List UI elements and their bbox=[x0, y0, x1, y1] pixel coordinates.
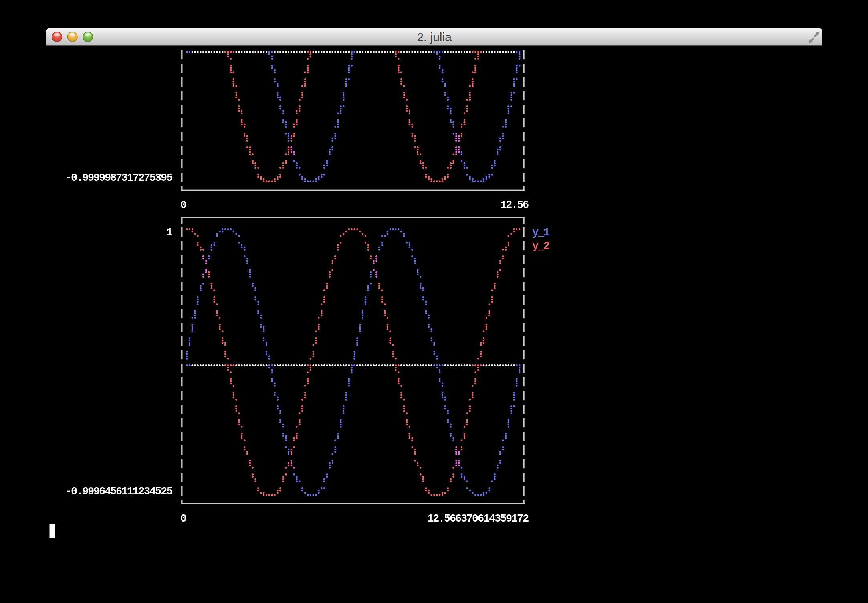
svg-text:12.56: 12.56 bbox=[500, 199, 529, 211]
svg-text:y_1: y_1 bbox=[532, 227, 550, 239]
svg-text:0: 0 bbox=[180, 199, 186, 211]
svg-text:0: 0 bbox=[180, 513, 186, 525]
svg-text:12.566370614359172: 12.566370614359172 bbox=[427, 513, 529, 525]
svg-text:-0.9996456111234525: -0.9996456111234525 bbox=[65, 486, 172, 498]
svg-text:y_2: y_2 bbox=[532, 240, 549, 252]
svg-text:2. julia: 2. julia bbox=[417, 30, 452, 44]
svg-text:-0.9999987317275395: -0.9999987317275395 bbox=[65, 172, 172, 184]
svg-text:1: 1 bbox=[166, 227, 173, 239]
